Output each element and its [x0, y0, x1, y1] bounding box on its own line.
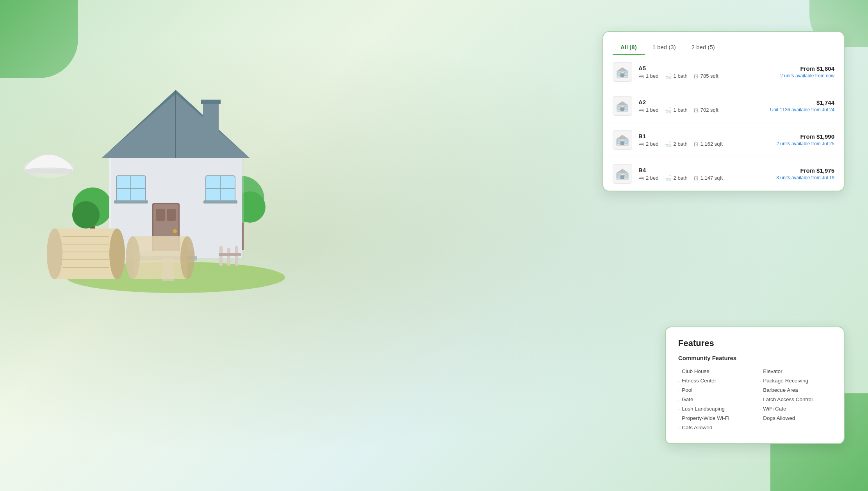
spec-baths-b4: 🛁 2 bath	[665, 175, 688, 181]
svg-rect-71	[617, 175, 620, 177]
unit-thumbnail-a2	[613, 96, 632, 116]
svg-point-43	[47, 229, 62, 279]
svg-rect-56	[618, 73, 620, 75]
tab-2bed[interactable]: 2 bed (5)	[684, 40, 723, 55]
bullet-icon: ·	[678, 379, 679, 384]
bath-icon: 🛁	[665, 73, 672, 79]
tab-all[interactable]: All (8)	[613, 40, 645, 55]
features-title: Features	[678, 338, 831, 348]
bullet-icon: ·	[759, 407, 761, 412]
list-item: · Fitness Center	[678, 376, 750, 386]
unit-specs-a2: 🛏 1 bed 🛁 1 bath ⊡ 702 sqft	[638, 107, 758, 113]
svg-point-51	[180, 236, 194, 279]
svg-rect-26	[203, 200, 237, 204]
spec-baths-a5: 🛁 1 bath	[665, 73, 688, 79]
price-availability-b4[interactable]: 3 units available from Jul 19	[764, 175, 834, 180]
list-item: · Barbecue Area	[759, 386, 831, 395]
list-item: · Package Receiving	[759, 376, 831, 386]
svg-rect-12	[203, 102, 219, 133]
sqft-icon: ⊡	[694, 73, 699, 79]
bed-icon: 🛏	[638, 107, 644, 113]
svg-rect-66	[617, 141, 620, 143]
unit-specs-b4: 🛏 2 bed 🛁 2 bath ⊡ 1,147 sqft	[638, 175, 758, 181]
unit-price-a5: From $1,804 2 units available from now	[764, 65, 834, 79]
list-item: · Lush Landscaping	[678, 404, 750, 414]
svg-rect-60	[620, 107, 624, 111]
svg-rect-72	[625, 175, 627, 177]
blueprint-rolls	[23, 215, 219, 287]
bullet-icon: ·	[678, 388, 679, 393]
bullet-icon: ·	[759, 379, 761, 384]
features-right-column: · Elevator · Package Receiving · Barbecu…	[759, 367, 831, 432]
spec-beds-a5: 🛏 1 bed	[638, 73, 659, 79]
price-amount-b1: From $1,990	[764, 133, 834, 140]
bed-icon: 🛏	[638, 175, 644, 181]
tabs-row: All (8) 1 bed (3) 2 bed (5)	[603, 32, 844, 55]
bullet-icon: ·	[678, 369, 679, 375]
features-panel: Features Community Features · Club House…	[665, 327, 845, 444]
list-item: · Property-Wide Wi-Fi	[678, 414, 750, 423]
svg-point-42	[109, 229, 125, 279]
unit-info-b1: B1 🛏 2 bed 🛁 2 bath ⊡ 1,162 sqft	[638, 133, 758, 147]
svg-rect-22	[114, 200, 148, 204]
features-section-title: Community Features	[678, 355, 831, 361]
bullet-icon: ·	[678, 407, 679, 412]
bullet-icon: ·	[678, 397, 679, 403]
bed-icon: 🛏	[638, 73, 644, 79]
svg-marker-69	[616, 169, 629, 173]
bullet-icon: ·	[678, 425, 679, 431]
list-item: · WiFi Cafe	[759, 404, 831, 414]
unit-specs-b1: 🛏 2 bed 🛁 2 bath ⊡ 1,162 sqft	[638, 141, 758, 147]
tab-1bed[interactable]: 1 bed (3)	[645, 40, 684, 55]
svg-rect-13	[201, 100, 221, 104]
bed-icon: 🛏	[638, 141, 644, 147]
spec-sqft-a2: ⊡ 702 sqft	[694, 107, 718, 113]
price-amount-a2: $1,744	[764, 99, 834, 106]
unit-thumbnail-a5	[613, 62, 632, 82]
price-availability-a2[interactable]: Unit 1136 available from Jul 24	[764, 107, 834, 112]
list-item: · Club House	[678, 367, 750, 376]
sqft-icon: ⊡	[694, 141, 699, 147]
spec-sqft-a5: ⊡ 785 sqft	[694, 73, 718, 79]
table-row[interactable]: B1 🛏 2 bed 🛁 2 bath ⊡ 1,162 sqft	[603, 123, 844, 157]
svg-rect-39	[25, 169, 72, 173]
unit-price-b1: From $1,990 2 units available from Jul 2…	[764, 133, 834, 146]
spec-baths-a2: 🛁 1 bath	[665, 107, 688, 113]
price-availability-b1[interactable]: 2 units available from Jul 25	[764, 141, 834, 146]
list-item: · Elevator	[759, 367, 831, 376]
svg-rect-50	[133, 236, 187, 279]
spec-baths-b1: 🛁 2 bath	[665, 141, 688, 147]
hardhat-decoration	[20, 137, 78, 189]
svg-marker-59	[616, 101, 629, 105]
list-item: · Dogs Allowed	[759, 414, 831, 423]
svg-rect-34	[227, 248, 230, 266]
table-row[interactable]: A5 🛏 1 bed 🛁 1 bath ⊡ 785 sqft	[603, 55, 844, 89]
spec-beds-b1: 🛏 2 bed	[638, 141, 659, 147]
list-item: · Pool	[678, 386, 750, 395]
unit-list: A5 🛏 1 bed 🛁 1 bath ⊡ 785 sqft	[603, 55, 844, 191]
unit-name-a2: A2	[638, 99, 758, 105]
features-left-column: · Club House · Fitness Center · Pool · G…	[678, 367, 750, 432]
price-amount-b4: From $1,975	[764, 167, 834, 174]
svg-rect-70	[620, 175, 624, 179]
unit-info-a2: A2 🛏 1 bed 🛁 1 bath ⊡ 702 sqft	[638, 99, 758, 113]
unit-price-a2: $1,744 Unit 1136 available from Jul 24	[764, 99, 834, 112]
svg-rect-65	[620, 141, 624, 145]
price-amount-a5: From $1,804	[764, 65, 834, 72]
features-columns: · Club House · Fitness Center · Pool · G…	[678, 367, 831, 432]
unit-specs-a5: 🛏 1 bed 🛁 1 bath ⊡ 785 sqft	[638, 73, 758, 79]
svg-rect-36	[219, 253, 241, 256]
spec-beds-a2: 🛏 1 bed	[638, 107, 659, 113]
svg-rect-57	[624, 73, 627, 75]
bullet-icon: ·	[678, 416, 679, 421]
table-row[interactable]: A2 🛏 1 bed 🛁 1 bath ⊡ 702 sqft	[603, 89, 844, 123]
table-row[interactable]: B4 🛏 2 bed 🛁 2 bath ⊡ 1,147 sqft	[603, 157, 844, 191]
unit-info-b4: B4 🛏 2 bed 🛁 2 bath ⊡ 1,147 sqft	[638, 167, 758, 181]
unit-price-b4: From $1,975 3 units available from Jul 1…	[764, 167, 834, 180]
unit-thumbnail-b4	[613, 164, 632, 184]
price-availability-a5[interactable]: 2 units available from now	[764, 73, 834, 79]
unit-name-b4: B4	[638, 167, 758, 173]
spec-sqft-b1: ⊡ 1,162 sqft	[694, 141, 723, 147]
svg-point-52	[126, 236, 140, 279]
bullet-icon: ·	[759, 397, 761, 403]
